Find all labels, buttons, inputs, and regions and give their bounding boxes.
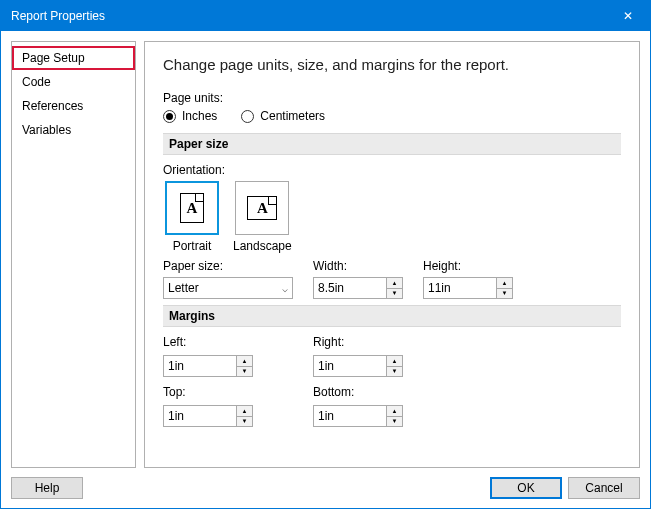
paper-size-header: Paper size bbox=[163, 133, 621, 155]
radio-inches[interactable]: Inches bbox=[163, 109, 217, 123]
top-input[interactable]: 1in ▲▼ bbox=[163, 405, 253, 427]
spinner-up-icon[interactable]: ▲ bbox=[237, 356, 252, 367]
input-value: 1in bbox=[314, 406, 386, 426]
spinner-up-icon[interactable]: ▲ bbox=[237, 406, 252, 417]
left-input[interactable]: 1in ▲▼ bbox=[163, 355, 253, 377]
spinner-down-icon[interactable]: ▼ bbox=[387, 289, 402, 299]
sidebar-item-label: Page Setup bbox=[22, 51, 85, 65]
orientation-caption: Landscape bbox=[233, 239, 292, 253]
page-portrait-icon: A bbox=[180, 193, 204, 223]
dialog-report-properties: Report Properties ✕ Page Setup Code Refe… bbox=[0, 0, 651, 509]
sidebar-item-references[interactable]: References bbox=[12, 94, 135, 118]
radio-label: Inches bbox=[182, 109, 217, 123]
button-label: Cancel bbox=[585, 481, 622, 495]
input-value: 11in bbox=[424, 278, 496, 298]
cancel-button[interactable]: Cancel bbox=[568, 477, 640, 499]
spinner-down-icon[interactable]: ▼ bbox=[237, 417, 252, 427]
input-value: 8.5in bbox=[314, 278, 386, 298]
spinner-up-icon[interactable]: ▲ bbox=[497, 278, 512, 289]
right-input[interactable]: 1in ▲▼ bbox=[313, 355, 403, 377]
spinner-buttons: ▲ ▼ bbox=[386, 278, 402, 298]
spinner-up-icon[interactable]: ▲ bbox=[387, 356, 402, 367]
spinner-buttons: ▲▼ bbox=[386, 356, 402, 376]
height-input[interactable]: 11in ▲ ▼ bbox=[423, 277, 513, 299]
radio-dot-icon bbox=[241, 110, 254, 123]
spinner-buttons: ▲▼ bbox=[236, 406, 252, 426]
paper-size-label: Paper size: bbox=[163, 259, 293, 273]
spinner-up-icon[interactable]: ▲ bbox=[387, 278, 402, 289]
spinner-down-icon[interactable]: ▼ bbox=[497, 289, 512, 299]
page-units-radios: Inches Centimeters bbox=[163, 109, 621, 123]
margins-grid: Left: Right: 1in ▲▼ 1in ▲▼ Top: Bottom: … bbox=[163, 335, 621, 427]
radio-centimeters[interactable]: Centimeters bbox=[241, 109, 325, 123]
main-panel: Change page units, size, and margins for… bbox=[144, 41, 640, 468]
chevron-down-icon: ⌵ bbox=[282, 283, 288, 294]
orientation-label: Orientation: bbox=[163, 163, 621, 177]
orientation-caption: Portrait bbox=[173, 239, 212, 253]
input-value: 1in bbox=[164, 406, 236, 426]
left-label: Left: bbox=[163, 335, 293, 349]
orientation-box: A bbox=[235, 181, 289, 235]
button-label: OK bbox=[517, 481, 534, 495]
spinner-down-icon[interactable]: ▼ bbox=[387, 417, 402, 427]
width-input[interactable]: 8.5in ▲ ▼ bbox=[313, 277, 403, 299]
right-label: Right: bbox=[313, 335, 443, 349]
orientation-box: A bbox=[165, 181, 219, 235]
spinner-down-icon[interactable]: ▼ bbox=[387, 367, 402, 377]
paper-size-select[interactable]: Letter ⌵ bbox=[163, 277, 293, 299]
sidebar-item-page-setup[interactable]: Page Setup bbox=[12, 46, 135, 70]
paper-size-row: Paper size: Letter ⌵ Width: 8.5in ▲ ▼ bbox=[163, 259, 621, 299]
spinner-down-icon[interactable]: ▼ bbox=[237, 367, 252, 377]
margins-header: Margins bbox=[163, 305, 621, 327]
radio-label: Centimeters bbox=[260, 109, 325, 123]
close-icon: ✕ bbox=[623, 9, 633, 23]
dialog-footer: Help OK Cancel bbox=[1, 468, 650, 508]
spinner-buttons: ▲▼ bbox=[386, 406, 402, 426]
orientation-row: A Portrait A Landscape bbox=[163, 181, 621, 253]
radio-dot-icon bbox=[163, 110, 176, 123]
titlebar: Report Properties ✕ bbox=[1, 1, 650, 31]
page-landscape-icon: A bbox=[247, 196, 277, 220]
height-label: Height: bbox=[423, 259, 513, 273]
bottom-input[interactable]: 1in ▲▼ bbox=[313, 405, 403, 427]
sidebar-item-code[interactable]: Code bbox=[12, 70, 135, 94]
width-label: Width: bbox=[313, 259, 403, 273]
help-button[interactable]: Help bbox=[11, 477, 83, 499]
sidebar: Page Setup Code References Variables bbox=[11, 41, 136, 468]
letter-a-glyph: A bbox=[248, 197, 276, 219]
input-value: 1in bbox=[314, 356, 386, 376]
spinner-buttons: ▲▼ bbox=[236, 356, 252, 376]
select-value: Letter bbox=[168, 281, 199, 295]
ok-button[interactable]: OK bbox=[490, 477, 562, 499]
spinner-up-icon[interactable]: ▲ bbox=[387, 406, 402, 417]
dialog-body: Page Setup Code References Variables Cha… bbox=[1, 31, 650, 468]
orientation-landscape[interactable]: A Landscape bbox=[233, 181, 292, 253]
page-units-label: Page units: bbox=[163, 91, 621, 105]
bottom-label: Bottom: bbox=[313, 385, 443, 399]
window-title: Report Properties bbox=[11, 9, 605, 23]
top-label: Top: bbox=[163, 385, 293, 399]
spinner-buttons: ▲ ▼ bbox=[496, 278, 512, 298]
sidebar-item-label: References bbox=[22, 99, 83, 113]
sidebar-item-variables[interactable]: Variables bbox=[12, 118, 135, 142]
panel-heading: Change page units, size, and margins for… bbox=[163, 56, 621, 73]
button-label: Help bbox=[35, 481, 60, 495]
sidebar-item-label: Variables bbox=[22, 123, 71, 137]
sidebar-item-label: Code bbox=[22, 75, 51, 89]
letter-a-glyph: A bbox=[181, 194, 203, 222]
orientation-portrait[interactable]: A Portrait bbox=[165, 181, 219, 253]
close-button[interactable]: ✕ bbox=[605, 1, 650, 31]
input-value: 1in bbox=[164, 356, 236, 376]
